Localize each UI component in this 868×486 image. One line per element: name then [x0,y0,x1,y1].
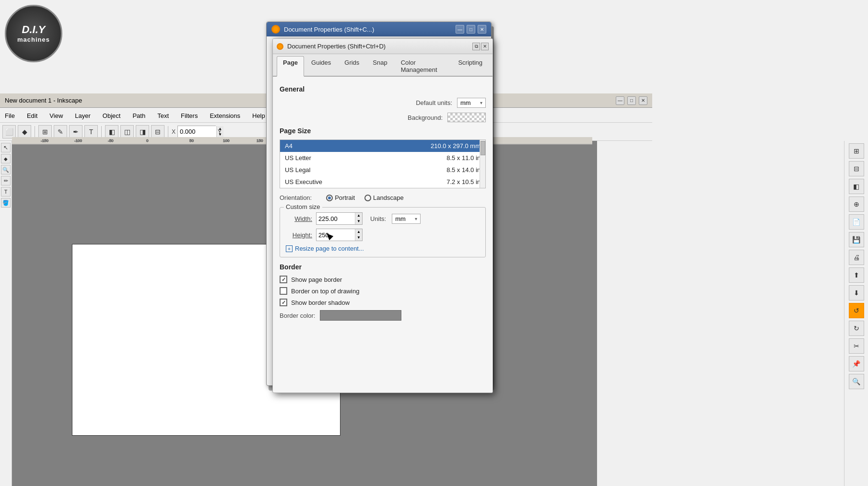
width-spinbox[interactable]: ▲ ▼ [316,212,363,225]
inkscape-minimize-btn[interactable]: — [616,96,624,105]
menu-extensions[interactable]: Extensions [207,111,243,120]
radio-landscape[interactable]: Landscape [364,194,404,201]
page-size-list[interactable]: A4 210.0 x 297.0 mm US Letter 8.5 x 11.0… [280,139,486,188]
toolbar-zoom[interactable]: ⊞ [38,125,52,139]
rt-btn-12[interactable]: 📌 [849,356,864,371]
units-label: Units: [370,215,386,222]
dialog-outer-maximize[interactable]: □ [467,25,475,34]
menu-file[interactable]: File [2,111,17,120]
dialog-inner-close[interactable]: ✕ [481,43,489,50]
width-input[interactable] [317,213,355,224]
rt-btn-6[interactable]: 💾 [849,232,864,247]
tab-color-management[interactable]: Color Management [395,56,451,76]
toolbar-node[interactable]: ◆ [18,125,31,139]
tool-zoom-in[interactable]: 🔍 [1,165,11,174]
diy-logo: D.I.Y machines [5,5,62,62]
toolbar-x-input[interactable] [178,126,216,138]
rt-btn-7[interactable]: 🖨 [849,250,864,265]
dialog-outer-title: Document Properties (Shift+C...) [284,26,374,33]
resize-link[interactable]: + Resize page to content... [286,245,480,252]
usexec-name: US Executive [285,178,322,185]
page-size-scrollbar-thumb[interactable] [481,141,485,155]
page-size-us-executive[interactable]: US Executive 7.2 x 10.5 in [280,176,485,188]
rt-btn-13[interactable]: 🔍 [849,374,864,389]
usexec-dims: 7.2 x 10.5 in [446,178,481,185]
page-size-us-letter[interactable]: US Letter 8.5 x 11.0 in [280,152,485,164]
page-size-scrollbar[interactable] [480,140,485,188]
menu-filters[interactable]: Filters [178,111,200,120]
rt-btn-2[interactable]: ⊟ [849,161,864,176]
show-border-shadow-label: Show border shadow [291,299,350,306]
rt-btn-9[interactable]: ⬇ [849,285,864,301]
units-dropdown[interactable]: mm ▾ [392,214,421,224]
tool-node-edit[interactable]: ◆ [1,154,11,163]
toolbar-text-tool[interactable]: T [84,125,98,139]
show-page-border-row[interactable]: Show page border [280,276,486,283]
tool-arrow[interactable]: ↖ [1,143,11,152]
toolbar-x-spinbox[interactable]: ▲ ▼ [177,126,216,138]
rt-btn-4[interactable]: ⊕ [849,197,864,212]
toolbar-pencil[interactable]: ✎ [54,125,67,139]
dialog-outer-close[interactable]: ✕ [478,25,486,34]
menu-view[interactable]: View [47,111,65,120]
height-spin-up[interactable]: ▲ [355,229,362,235]
menu-path[interactable]: Path [130,111,148,120]
tab-scripting[interactable]: Scripting [452,56,489,76]
inkscape-maximize-btn[interactable]: □ [627,96,636,105]
show-page-border-checkbox[interactable] [280,276,287,283]
height-label[interactable]: Height: [286,231,312,239]
tool-fill[interactable]: 🪣 [1,198,11,208]
background-label: Background: [408,114,443,121]
dialog-inner-popout[interactable]: ⧉ [472,43,480,50]
tab-page[interactable]: Page [277,56,304,77]
rt-btn-10[interactable]: ↻ [849,321,864,336]
rt-btn-highlight[interactable]: ↺ [849,303,864,318]
toolbar-align-left[interactable]: ◧ [105,125,118,139]
tab-grids[interactable]: Grids [338,56,365,76]
rt-btn-1[interactable]: ⊞ [849,143,864,159]
border-color-swatch[interactable] [320,310,401,321]
page-size-a4[interactable]: A4 210.0 x 297.0 mm [280,140,485,152]
dialog-outer-minimize[interactable]: — [456,25,464,34]
toolbar-align-right[interactable]: ◨ [136,125,149,139]
inkscape-close-btn[interactable]: ✕ [639,96,647,105]
dialog-inner-icon [277,43,283,50]
show-border-shadow-checkbox[interactable] [280,299,287,306]
show-border-shadow-row[interactable]: Show border shadow [280,299,486,306]
rt-btn-11[interactable]: ✂ [849,338,864,354]
menu-help[interactable]: Help [250,111,268,120]
height-spin-down[interactable]: ▼ [355,235,362,241]
toolbar-select[interactable]: ⬜ [2,125,16,139]
border-on-top-checkbox[interactable] [280,287,287,295]
toolbar-align-center[interactable]: ◫ [120,125,134,139]
menu-layer[interactable]: Layer [72,111,93,120]
tab-guides[interactable]: Guides [305,56,337,76]
menu-object[interactable]: Object [100,111,123,120]
radio-portrait-label: Portrait [335,194,355,201]
rt-btn-3[interactable]: ◧ [849,179,864,194]
page-size-us-legal[interactable]: US Legal 8.5 x 14.0 in [280,164,485,176]
tab-snap[interactable]: Snap [366,56,393,76]
default-units-dropdown[interactable]: mm ▾ [457,98,486,108]
toolbar-pen[interactable]: ✒ [69,125,82,139]
width-spin-up[interactable]: ▲ [355,213,362,219]
tool-draw[interactable]: ✏ [1,176,11,185]
rt-btn-8[interactable]: ⬆ [849,267,864,283]
toolbar-sep-2 [101,126,102,138]
tool-text[interactable]: T [1,187,11,197]
height-input[interactable] [317,229,355,241]
rt-btn-5[interactable]: 📄 [849,214,864,230]
width-label[interactable]: Width: [286,215,312,222]
default-units-label: Default units: [416,99,452,106]
menu-text[interactable]: Text [155,111,171,120]
width-spin-down[interactable]: ▼ [355,219,362,224]
show-page-border-label: Show page border [291,276,342,283]
usletter-name: US Letter [285,154,311,162]
border-section-header: Border [280,263,486,271]
background-color-picker[interactable] [447,113,486,122]
height-spinbox[interactable]: ▲ ▼ [316,229,363,241]
toolbar-distribute[interactable]: ⊟ [151,125,164,139]
border-on-top-row[interactable]: Border on top of drawing [280,287,486,295]
radio-portrait[interactable]: Portrait [326,194,355,201]
menu-edit[interactable]: Edit [24,111,40,120]
